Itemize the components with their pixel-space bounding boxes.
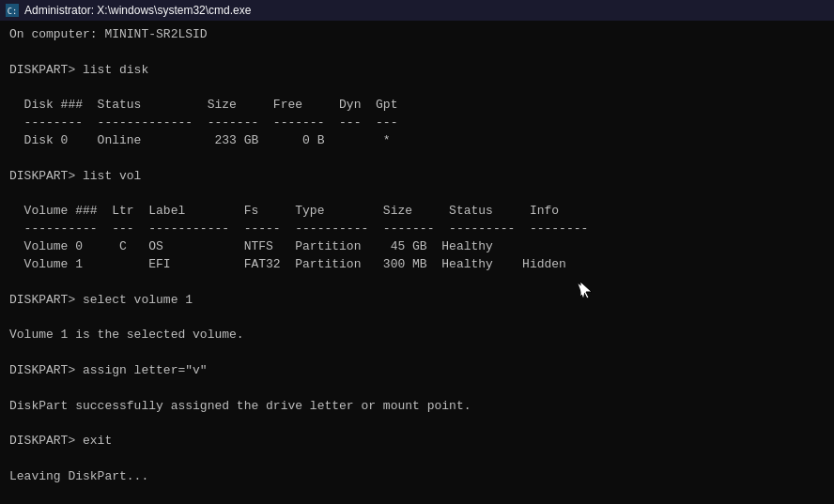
- window-title: Administrator: X:\windows\system32\cmd.e…: [24, 4, 828, 17]
- cmd-window: C: Administrator: X:\windows\system32\cm…: [0, 0, 834, 504]
- terminal-body[interactable]: On computer: MININT-SR2LSID DISKPART> li…: [0, 21, 834, 504]
- disk-header: Disk ### Status Size Free Dyn Gpt: [9, 97, 825, 115]
- line-blank9: [9, 416, 825, 434]
- line-blank1: [9, 44, 825, 62]
- line-blank7: [9, 344, 825, 362]
- vol1-line: Volume 1 EFI FAT32 Partition 300 MB Heal…: [9, 256, 825, 274]
- title-bar[interactable]: C: Administrator: X:\windows\system32\cm…: [0, 0, 834, 21]
- line-assign-success: DiskPart successfully assigned the drive…: [9, 398, 825, 416]
- line-blank5: [9, 274, 825, 292]
- vol-header: Volume ### Ltr Label Fs Type Size Status…: [9, 203, 825, 221]
- line-blank6: [9, 310, 825, 328]
- line-computer: On computer: MININT-SR2LSID: [9, 26, 825, 44]
- line-vol-selected: Volume 1 is the selected volume.: [9, 327, 825, 344]
- cmd-icon: C:: [6, 4, 19, 17]
- line-leaving: Leaving DiskPart...: [9, 468, 825, 486]
- line-exit: DISKPART> exit: [9, 433, 825, 451]
- line-assign: DISKPART> assign letter="v": [9, 362, 825, 380]
- vol0-line: Volume 0 C OS NTFS Partition 45 GB Healt…: [9, 238, 825, 256]
- line-blank4: [9, 186, 825, 204]
- line-blank8: [9, 380, 825, 398]
- line-list-disk: DISKPART> list disk: [9, 62, 825, 80]
- vol-sep: ---------- --- ----------- ----- -------…: [9, 221, 825, 238]
- line-blank3: [9, 150, 825, 168]
- line-list-vol: DISKPART> list vol: [9, 168, 825, 186]
- line-blank2: [9, 80, 825, 98]
- disk-sep: -------- ------------- ------- ------- -…: [9, 115, 825, 132]
- line-select-vol: DISKPART> select volume 1: [9, 292, 825, 310]
- line-blank10: [9, 451, 825, 468]
- disk0-line: Disk 0 Online 233 GB 0 B *: [9, 132, 825, 150]
- svg-text:C:: C:: [8, 7, 18, 16]
- line-blank11: [9, 486, 825, 504]
